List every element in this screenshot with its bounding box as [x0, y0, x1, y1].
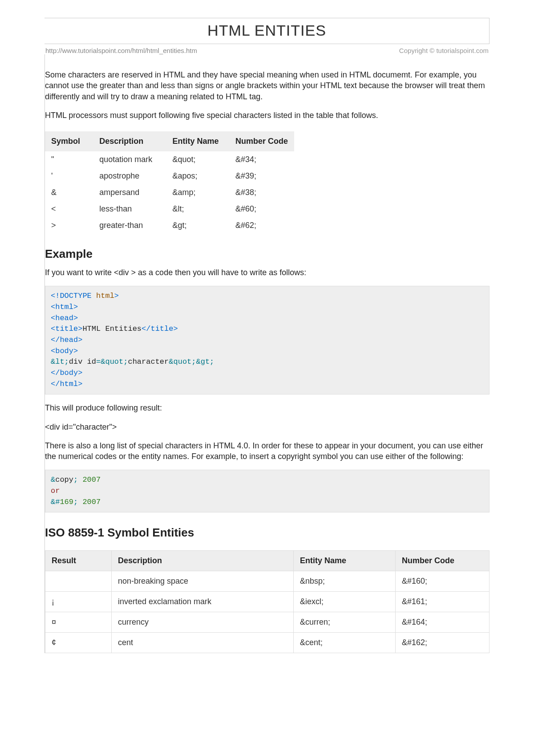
page-copyright: Copyright © tutorialspoint.com — [399, 47, 489, 54]
cell-num: &#60; — [229, 201, 294, 217]
cell-sym: & — [45, 184, 93, 201]
cell-sym: " — [45, 151, 93, 168]
special-chars-table: Symbol Description Entity Name Number Co… — [45, 131, 294, 234]
code-token: > — [114, 292, 119, 300]
cell-name: &cent; — [294, 633, 396, 653]
code-token: &quot;&gt; — [169, 358, 214, 366]
code-token: </head> — [51, 336, 82, 344]
result-output: <div id="character"> — [45, 422, 490, 432]
code-token: </html> — [51, 380, 82, 388]
example-heading: Example — [45, 247, 490, 261]
cell-sym: ¤ — [45, 612, 112, 633]
cell-num: &#160; — [396, 571, 490, 592]
page-title-box: HTML ENTITIES — [44, 18, 490, 44]
cell-desc: less-than — [93, 201, 166, 217]
table-row: > greater-than &gt; &#62; — [45, 217, 294, 234]
code-token: ; — [73, 498, 78, 506]
table-row: ' apostrophe &apos; &#39; — [45, 168, 294, 184]
code-token: & — [51, 476, 55, 484]
table-row: ¢ cent &cent; &#162; — [45, 633, 490, 653]
cell-name: &quot; — [166, 151, 229, 168]
code-token: <body> — [51, 347, 78, 355]
code-token: =&quot; — [96, 358, 128, 366]
code-token: <html> — [51, 303, 78, 311]
cell-desc: ampersand — [93, 184, 166, 201]
code-token: 2007 — [78, 476, 101, 484]
cell-desc: greater-than — [93, 217, 166, 234]
iso-heading: ISO 8859-1 Symbol Entities — [45, 526, 490, 540]
col-description: Description — [112, 551, 294, 571]
code-token: copy — [55, 476, 73, 484]
cell-num: &#38; — [229, 184, 294, 201]
cell-sym: ¡ — [45, 592, 112, 612]
table-row: ¤ currency &curren; &#164; — [45, 612, 490, 633]
result-lead: This will produce following result: — [45, 402, 490, 413]
cell-name: &lt; — [166, 201, 229, 217]
iso-symbol-table: Result Description Entity Name Number Co… — [45, 550, 490, 653]
code-token: html — [92, 292, 114, 300]
page-title: HTML ENTITIES — [44, 22, 489, 39]
col-symbol: Symbol — [45, 131, 93, 151]
cell-sym: > — [45, 217, 93, 234]
document-body: Some characters are reserved in HTML and… — [44, 54, 490, 653]
page-url: http://www.tutorialspoint.com/html/html_… — [45, 47, 197, 54]
cell-num: &#164; — [396, 612, 490, 633]
cell-num: &#161; — [396, 592, 490, 612]
intro-paragraph-2: HTML processors must support following f… — [45, 110, 490, 121]
code-token: </title> — [142, 325, 178, 333]
code-token: HTML Entities — [82, 325, 142, 333]
col-number-code: Number Code — [229, 131, 294, 151]
cell-sym: ' — [45, 168, 93, 184]
cell-name: &apos; — [166, 168, 229, 184]
code-token: &# — [51, 498, 60, 506]
code-token: <!DOCTYPE — [51, 292, 92, 300]
col-entity-name: Entity Name — [166, 131, 229, 151]
cell-name: &nbsp; — [294, 571, 396, 592]
cell-name: &iexcl; — [294, 592, 396, 612]
cell-name: &gt; — [166, 217, 229, 234]
table-row: ¡ inverted exclamation mark &iexcl; &#16… — [45, 592, 490, 612]
col-result: Result — [45, 551, 112, 571]
cell-desc: inverted exclamation mark — [112, 592, 294, 612]
code-token: 2007 — [78, 498, 101, 506]
cell-desc: currency — [112, 612, 294, 633]
page-subline: http://www.tutorialspoint.com/html/html_… — [44, 44, 490, 54]
code-token: <title> — [51, 325, 82, 333]
cell-num: &#162; — [396, 633, 490, 653]
table-row: & ampersand &amp; &#38; — [45, 184, 294, 201]
table-row: non-breaking space &nbsp; &#160; — [45, 571, 490, 592]
col-description: Description — [93, 131, 166, 151]
col-number-code: Number Code — [396, 551, 490, 571]
code-token: &lt; — [51, 358, 69, 366]
cell-name: &curren; — [294, 612, 396, 633]
cell-num: &#39; — [229, 168, 294, 184]
code-token: <head> — [51, 314, 78, 322]
code-token: </body> — [51, 369, 82, 377]
code-block-copy: &copy; 2007 or &#169; 2007 — [45, 470, 490, 512]
cell-sym — [45, 571, 112, 592]
intro-paragraph-1: Some characters are reserved in HTML and… — [45, 69, 490, 102]
cell-num: &#62; — [229, 217, 294, 234]
code-token: or — [51, 487, 60, 495]
example-lead: If you want to write <div > as a code th… — [45, 267, 490, 278]
long-list-note: There is also a long list of special cha… — [45, 440, 490, 462]
cell-desc: non-breaking space — [112, 571, 294, 592]
code-token: 169 — [60, 498, 73, 506]
code-block-html: <!DOCTYPE html> <html> <head> <title>HTM… — [45, 286, 490, 394]
cell-desc: cent — [112, 633, 294, 653]
cell-sym: ¢ — [45, 633, 112, 653]
cell-desc: quotation mark — [93, 151, 166, 168]
cell-sym: < — [45, 201, 93, 217]
cell-num: &#34; — [229, 151, 294, 168]
col-entity-name: Entity Name — [294, 551, 396, 571]
table-row: " quotation mark &quot; &#34; — [45, 151, 294, 168]
code-token: ; — [73, 476, 78, 484]
table-row: < less-than &lt; &#60; — [45, 201, 294, 217]
code-token: div id — [69, 358, 96, 366]
cell-desc: apostrophe — [93, 168, 166, 184]
code-token: character — [128, 358, 169, 366]
cell-name: &amp; — [166, 184, 229, 201]
